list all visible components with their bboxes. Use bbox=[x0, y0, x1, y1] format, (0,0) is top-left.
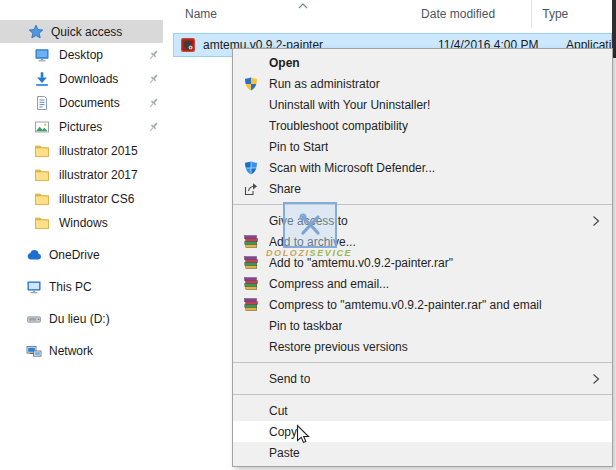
picture-icon bbox=[32, 119, 52, 135]
sidebar-item-label: Network bbox=[49, 344, 93, 358]
menu-item-label: Pin to taskbar bbox=[269, 319, 342, 333]
winrar-icon bbox=[243, 297, 265, 313]
pin-icon[interactable] bbox=[147, 120, 160, 134]
sort-ascending-icon[interactable] bbox=[296, 0, 310, 12]
menu-item-label: Uninstall with Your Uninstaller! bbox=[269, 98, 430, 112]
sidebar-item-label: Desktop bbox=[59, 48, 103, 62]
download-icon bbox=[32, 71, 52, 87]
document-icon bbox=[32, 95, 52, 111]
column-header-type[interactable]: Type bbox=[531, 0, 616, 28]
submenu-arrow-icon bbox=[592, 215, 600, 227]
menu-item-cut[interactable]: Cut bbox=[233, 400, 612, 421]
watermark-text-right: SEVICE bbox=[310, 248, 353, 258]
sidebar-item-label: Downloads bbox=[59, 72, 118, 86]
winrar-icon bbox=[243, 276, 265, 292]
sidebar-item-label: Pictures bbox=[59, 120, 102, 134]
menu-item-compress-and-email[interactable]: Compress and email... bbox=[233, 273, 612, 294]
column-header-label: Date modified bbox=[421, 7, 495, 21]
sidebar-item-illustrator-2015[interactable]: illustrator 2015 bbox=[0, 139, 170, 163]
menu-item-send-to[interactable]: Send to bbox=[233, 368, 612, 389]
desktop-icon bbox=[32, 47, 52, 63]
column-header-date-modified[interactable]: Date modified bbox=[409, 0, 531, 28]
drive-icon bbox=[24, 311, 44, 327]
menu-item-icon-empty bbox=[243, 424, 265, 440]
file-explorer-window: Quick accessDesktopDownloadsDocumentsPic… bbox=[0, 0, 616, 470]
menu-item-icon-empty bbox=[243, 55, 265, 71]
sidebar-item-label: Quick access bbox=[51, 25, 122, 39]
menu-item-copy[interactable]: Copy bbox=[233, 421, 612, 442]
mouse-cursor bbox=[296, 424, 312, 446]
menu-item-pin-to-taskbar[interactable]: Pin to taskbar bbox=[233, 315, 612, 336]
sidebar-item-onedrive[interactable]: OneDrive bbox=[0, 243, 170, 267]
menu-item-icon-empty bbox=[243, 403, 265, 419]
sidebar-item-network[interactable]: Network bbox=[0, 339, 170, 363]
folder-icon bbox=[32, 143, 52, 159]
menu-item-icon-empty bbox=[243, 445, 265, 461]
menu-item-scan-with-microsoft-defender[interactable]: Scan with Microsoft Defender... bbox=[233, 157, 612, 178]
menu-item-icon-empty bbox=[243, 139, 265, 155]
sidebar-item-downloads[interactable]: Downloads bbox=[0, 67, 170, 91]
menu-item-label: Copy bbox=[269, 425, 297, 439]
defender-shield-icon bbox=[243, 160, 265, 176]
menu-item-compress-to-amtemu-v0-9-2-painter-rar-and-email[interactable]: Compress to "amtemu.v0.9.2-painter.rar" … bbox=[233, 294, 612, 315]
menu-item-icon-empty bbox=[243, 339, 265, 355]
sidebar-item-label: This PC bbox=[49, 280, 92, 294]
menu-item-icon-empty bbox=[243, 97, 265, 113]
uac-shield-icon bbox=[243, 76, 265, 92]
menu-item-label: Scan with Microsoft Defender... bbox=[269, 161, 435, 175]
navigation-pane: Quick accessDesktopDownloadsDocumentsPic… bbox=[0, 0, 170, 470]
column-headers: NameDate modifiedType bbox=[170, 0, 616, 28]
menu-item-icon-empty bbox=[243, 318, 265, 334]
column-header-name[interactable]: Name bbox=[170, 0, 409, 28]
pin-icon[interactable] bbox=[147, 48, 160, 62]
menu-item-label: Paste bbox=[269, 446, 300, 460]
menu-separator bbox=[233, 394, 612, 395]
menu-item-run-as-administrator[interactable]: Run as administrator bbox=[233, 73, 612, 94]
sidebar-item-du-lieu-d[interactable]: Du lieu (D:) bbox=[0, 307, 170, 331]
sidebar-item-quick-access[interactable]: Quick access bbox=[0, 20, 163, 43]
sidebar-item-label: Du lieu (D:) bbox=[49, 312, 110, 326]
tools-icon bbox=[295, 211, 325, 239]
file-amtemu-icon bbox=[180, 37, 196, 53]
menu-item-label: Send to bbox=[269, 372, 310, 386]
sidebar-item-pictures[interactable]: Pictures bbox=[0, 115, 170, 139]
watermark-text: DOLOZISEVICE bbox=[266, 248, 352, 258]
winrar-icon bbox=[243, 255, 265, 271]
pin-icon[interactable] bbox=[147, 96, 160, 110]
sidebar-item-documents[interactable]: Documents bbox=[0, 91, 170, 115]
menu-item-icon-empty bbox=[243, 118, 265, 134]
sidebar-item-label: illustrator CS6 bbox=[59, 192, 134, 206]
folder-icon bbox=[32, 167, 52, 183]
star-icon bbox=[26, 24, 46, 40]
menu-separator bbox=[233, 362, 612, 363]
sidebar-item-illustrator-2017[interactable]: illustrator 2017 bbox=[0, 163, 170, 187]
menu-item-label: Restore previous versions bbox=[269, 340, 408, 354]
menu-item-share[interactable]: Share bbox=[233, 178, 612, 199]
menu-item-label: Compress and email... bbox=[269, 277, 389, 291]
menu-item-paste[interactable]: Paste bbox=[233, 442, 612, 463]
menu-item-pin-to-start[interactable]: Pin to Start bbox=[233, 136, 612, 157]
sidebar-item-illustrator-cs6[interactable]: illustrator CS6 bbox=[0, 187, 170, 211]
submenu-arrow-icon bbox=[592, 373, 600, 385]
column-header-label: Type bbox=[542, 7, 568, 21]
pin-icon[interactable] bbox=[147, 72, 160, 86]
sidebar-item-desktop[interactable]: Desktop bbox=[0, 43, 170, 67]
menu-item-uninstall-with-your-uninstaller[interactable]: Uninstall with Your Uninstaller! bbox=[233, 94, 612, 115]
menu-item-label: Share bbox=[269, 182, 301, 196]
menu-item-label: Cut bbox=[269, 404, 288, 418]
sidebar-item-label: Documents bbox=[59, 96, 120, 110]
menu-item-label: Open bbox=[269, 56, 300, 70]
folder-icon bbox=[32, 215, 52, 231]
winrar-icon bbox=[243, 234, 265, 250]
menu-item-label: Run as administrator bbox=[269, 77, 380, 91]
column-header-label: Name bbox=[185, 7, 217, 21]
menu-item-icon-empty bbox=[243, 213, 265, 229]
menu-item-restore-previous-versions[interactable]: Restore previous versions bbox=[233, 336, 612, 357]
menu-item-open[interactable]: Open bbox=[233, 52, 612, 73]
menu-item-troubleshoot-compatibility[interactable]: Troubleshoot compatibility bbox=[233, 115, 612, 136]
watermark-text-left: DOLOZI bbox=[266, 248, 310, 258]
sidebar-item-windows[interactable]: Windows bbox=[0, 211, 170, 235]
sidebar-item-label: illustrator 2015 bbox=[59, 144, 138, 158]
sidebar-item-label: OneDrive bbox=[49, 248, 100, 262]
sidebar-item-this-pc[interactable]: This PC bbox=[0, 275, 170, 299]
